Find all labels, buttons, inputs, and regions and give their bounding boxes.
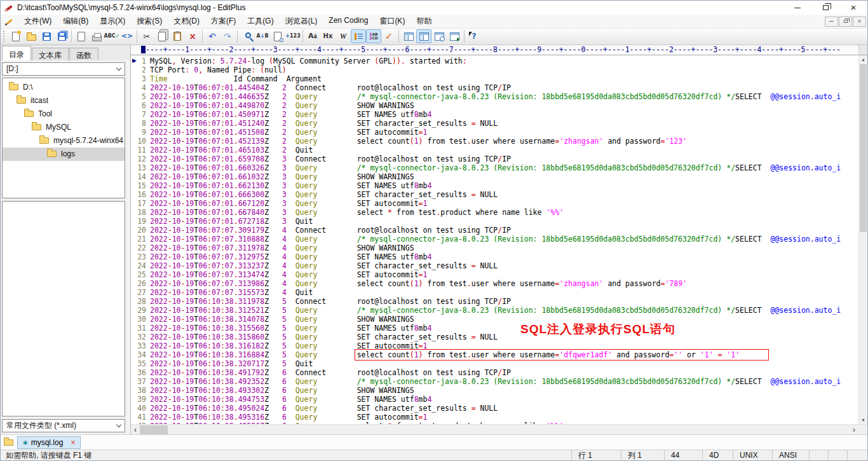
directory-window-icon[interactable] xyxy=(401,29,416,43)
menu-item[interactable]: 文件(W) xyxy=(18,15,57,28)
scroll-right-arrow-icon[interactable]: › xyxy=(850,425,858,435)
line-number: 31 xyxy=(131,324,146,333)
tree-item[interactable]: itcast xyxy=(3,94,125,107)
status-cells: 行 1列 1444DUNIXANSI xyxy=(571,450,867,461)
menu-item[interactable]: 编辑(B) xyxy=(57,15,94,28)
sidebar-tab[interactable]: 函数 xyxy=(69,48,98,60)
tree-item[interactable]: logs xyxy=(3,148,125,161)
menu-item[interactable]: 显示(X) xyxy=(94,15,131,28)
show-tabs-icon[interactable] xyxy=(351,29,366,43)
scroll-down-arrow-icon[interactable]: ▼ xyxy=(859,415,867,424)
paste-icon[interactable] xyxy=(170,29,185,43)
auto-completion-icon[interactable]: 1AB2CD xyxy=(366,29,381,43)
goto-line-icon[interactable]: +123 xyxy=(285,29,301,43)
line-number: 35 xyxy=(131,359,146,368)
vertical-scroll-thumb[interactable] xyxy=(860,64,867,232)
open-file-icon[interactable] xyxy=(24,29,39,43)
folder-icon xyxy=(17,97,26,104)
print-icon[interactable] xyxy=(89,29,104,43)
log-line: 352022-10-19T06:10:38.320717Z 5 Quit xyxy=(131,359,841,368)
menu-item[interactable]: 文档(D) xyxy=(168,15,205,28)
delete-icon[interactable]: × xyxy=(185,29,200,43)
mdi-minimize-button[interactable] xyxy=(825,17,838,27)
document-pencil-icon xyxy=(5,17,14,26)
log-line: 362022-10-19T06:10:38.491792Z 6 Connect … xyxy=(131,368,841,377)
toolbar-grip[interactable] xyxy=(3,31,6,42)
text-editor[interactable]: ▶ 1MySQL, Version: 5.7.24-log (MySQL Com… xyxy=(131,55,858,424)
context-help-icon[interactable]: ? xyxy=(466,29,482,43)
filetype-select[interactable]: 常用文件类型 (*.xml) xyxy=(2,419,125,432)
line-number: 5 xyxy=(131,92,146,101)
status-cell: 44 xyxy=(664,450,702,461)
browser-window-icon[interactable] xyxy=(447,29,462,43)
undo-icon[interactable]: ↶ xyxy=(205,29,220,43)
print-preview-icon[interactable] xyxy=(74,29,89,43)
close-button[interactable]: × xyxy=(839,1,867,15)
horizontal-scrollbar[interactable]: ‹ › xyxy=(131,424,867,434)
tree-item[interactable]: MySQL xyxy=(3,121,125,134)
sidebar-tabs: 目录文本库函数 xyxy=(1,45,130,60)
folder-icon[interactable] xyxy=(4,439,13,446)
line-number: 33 xyxy=(131,341,146,350)
html-toolbar-icon[interactable]: <> xyxy=(119,29,135,43)
line-number: 28 xyxy=(131,297,146,306)
line-number: 4 xyxy=(131,83,146,92)
hex-viewer-icon[interactable]: Hx xyxy=(320,29,336,43)
log-line: 272022-10-19T06:07:07.315573Z 4 Quit xyxy=(131,288,841,297)
menu-item[interactable]: Zen Coding xyxy=(323,15,374,28)
scroll-up-arrow-icon[interactable]: ▲ xyxy=(859,55,867,64)
line-number: 2 xyxy=(131,65,146,74)
line-number: 1 xyxy=(131,57,146,65)
copy-icon[interactable] xyxy=(154,29,170,43)
save-all-icon[interactable] xyxy=(54,29,69,43)
replace-icon[interactable]: A↓B xyxy=(255,29,270,43)
horizontal-scroll-thumb[interactable] xyxy=(140,425,168,434)
redo-icon[interactable]: ↷ xyxy=(220,29,235,43)
menu-items: 文件(W)编辑(B)显示(X)搜索(S)文档(D)方案(F)工具(G)浏览器(L… xyxy=(18,15,437,28)
sidebar-tab[interactable]: 目录 xyxy=(2,46,31,60)
cliptext-window-icon[interactable] xyxy=(416,29,431,43)
output-window-icon[interactable] xyxy=(431,29,447,43)
file-list-panel[interactable] xyxy=(2,201,125,416)
find-in-files-icon[interactable] xyxy=(270,29,285,43)
log-line: 72022-10-19T06:07:01.450971Z 2 Query SET… xyxy=(131,110,841,119)
menu-item[interactable]: 搜索(S) xyxy=(131,15,168,28)
tree-item[interactable]: mysql-5.7.24-winx64 xyxy=(3,134,125,148)
document-tab-mysql-log[interactable]: ◈ mysql.log × xyxy=(17,436,81,449)
document-tab-bar: ◈ mysql.log × xyxy=(1,434,867,450)
scroll-left-arrow-icon[interactable]: ‹ xyxy=(131,425,140,435)
line-number: 20 xyxy=(131,226,146,235)
tree-item[interactable]: Tool xyxy=(3,107,125,121)
minimize-button[interactable] xyxy=(783,1,811,15)
menu-item[interactable]: 工具(G) xyxy=(241,15,279,28)
new-file-icon[interactable] xyxy=(8,29,24,43)
mdi-restore-button[interactable] xyxy=(839,17,852,27)
cut-icon[interactable]: ✂ xyxy=(139,29,154,43)
drive-select[interactable]: [D:] xyxy=(2,62,125,76)
folder-icon xyxy=(24,111,34,117)
word-wrap-icon[interactable]: W xyxy=(336,29,351,43)
log-line: 42022-10-19T06:07:01.445404Z 2 Connect r… xyxy=(131,83,841,92)
editor-column: ----+----1----+----2----+----3----+----4… xyxy=(131,45,867,434)
log-line: 182022-10-19T06:07:01.667840Z 3 Query se… xyxy=(131,208,841,217)
status-cell xyxy=(847,450,867,461)
tree-item[interactable]: D:\ xyxy=(3,81,125,94)
spell-check-icon[interactable]: ABC✓ xyxy=(104,29,119,43)
sidebar-tab[interactable]: 文本库 xyxy=(32,48,69,60)
tab-close-icon[interactable]: × xyxy=(71,438,75,447)
menu-item[interactable]: 帮助 xyxy=(410,15,437,28)
line-number: 10 xyxy=(131,137,146,146)
resize-grip xyxy=(858,425,867,435)
vertical-scrollbar[interactable]: ▲ ▼ xyxy=(858,55,867,424)
menu-item[interactable]: 窗口(K) xyxy=(374,15,410,28)
find-icon[interactable] xyxy=(240,29,255,43)
restore-button[interactable] xyxy=(811,1,839,15)
menu-item[interactable]: 方案(F) xyxy=(205,15,241,28)
mdi-close-button[interactable]: × xyxy=(853,17,866,27)
window-title: D:\itcast\Tool\MySQL\mysql-5.7.24-winx64… xyxy=(17,3,783,12)
menu-item[interactable]: 浏览器(L) xyxy=(280,15,323,28)
status-bar: 如需帮助, 请按键盘 F1 键 行 1列 1444DUNIXANSI xyxy=(1,450,867,460)
save-icon[interactable] xyxy=(39,29,54,43)
font-icon[interactable]: Aã xyxy=(305,29,320,43)
syntax-check-icon[interactable]: ✓ xyxy=(381,29,397,43)
